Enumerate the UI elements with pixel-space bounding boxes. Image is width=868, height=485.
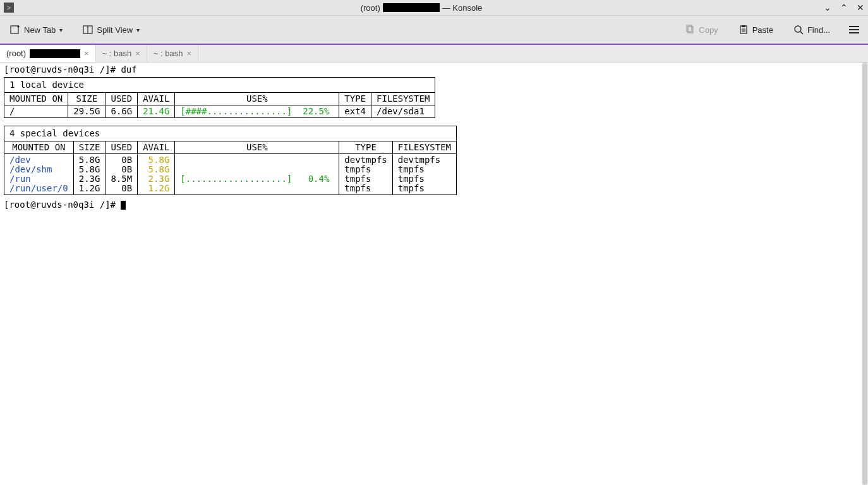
cell-size: 5.8G 5.8G 2.3G 1.2G xyxy=(73,154,105,195)
cell-usepct: [####...............] 22.5% xyxy=(175,105,339,118)
tab-1-prefix: (root) xyxy=(6,49,26,58)
title-suffix: — Konsole xyxy=(442,3,483,13)
svg-rect-8 xyxy=(742,25,745,27)
tab-1-redacted xyxy=(30,49,80,58)
scrollbar-thumb[interactable] xyxy=(862,63,867,485)
copy-label: Copy xyxy=(699,25,718,35)
cursor-icon xyxy=(121,201,126,210)
chevron-down-icon[interactable]: ▾ xyxy=(136,27,140,33)
col-type: TYPE xyxy=(339,141,392,154)
cell-used: 6.6G xyxy=(105,105,138,118)
new-tab-label: New Tab xyxy=(24,25,56,35)
window-title: (root) — Konsole xyxy=(19,3,824,13)
copy-icon xyxy=(685,25,695,35)
titlebar: > (root) — Konsole ⌄ ⌃ ✕ xyxy=(0,0,868,16)
cell-avail: 5.8G 5.8G 2.3G 1.2G xyxy=(138,154,175,195)
cell-size: 29.5G xyxy=(68,105,105,118)
cell-fs: /dev/sda1 xyxy=(371,105,435,118)
svg-point-12 xyxy=(795,26,801,32)
window-close-icon[interactable]: ✕ xyxy=(857,3,864,13)
tab-2-label: ~ : bash xyxy=(102,49,132,58)
col-usepct: USE% xyxy=(175,93,339,105)
cell-avail: 21.4G xyxy=(138,105,175,118)
tab-3-close-icon[interactable]: × xyxy=(187,49,192,58)
toolbar: New Tab ▾ Split View ▾ Copy Paste Find..… xyxy=(0,16,868,44)
window-minimize-icon[interactable]: ⌄ xyxy=(824,3,831,13)
svg-rect-0 xyxy=(11,26,18,33)
prompt-line-1: [root@ruvds-n0q3i /]# duf xyxy=(4,65,864,75)
col-avail: AVAIL xyxy=(138,93,175,105)
konsole-app-icon: > xyxy=(4,3,14,13)
col-used: USED xyxy=(105,93,138,105)
table-header-row: MOUNTED ON SIZE USED AVAIL USE% TYPE FIL… xyxy=(4,141,457,154)
col-mounted: MOUNTED ON xyxy=(4,141,74,154)
table-row: /dev /dev/shm /run /run/user/0 5.8G 5.8G… xyxy=(4,154,457,195)
title-prefix: (root) xyxy=(361,3,380,13)
cell-mounted: / xyxy=(4,105,68,118)
local-devices-table: 1 local device MOUNTED ON SIZE USED AVAI… xyxy=(4,77,435,118)
split-view-label: Split View xyxy=(97,25,133,35)
prompt-line-2: [root@ruvds-n0q3i /]# xyxy=(4,200,864,210)
svg-line-13 xyxy=(800,32,803,34)
col-avail: AVAIL xyxy=(138,141,175,154)
paste-button[interactable]: Paste xyxy=(735,22,777,37)
col-mounted: MOUNTED ON xyxy=(4,93,68,105)
col-usepct: USE% xyxy=(175,141,339,154)
table-header-row: MOUNTED ON SIZE USED AVAIL USE% TYPE FIL… xyxy=(4,93,435,105)
table-row: / 29.5G 6.6G 21.4G [####...............]… xyxy=(4,105,435,118)
tabbar: (root) × ~ : bash × ~ : bash × xyxy=(0,44,868,63)
new-tab-button[interactable]: New Tab ▾ xyxy=(6,22,66,37)
split-view-icon xyxy=(83,25,93,35)
tab-3-label: ~ : bash xyxy=(154,49,183,58)
terminal-viewport[interactable]: [root@ruvds-n0q3i /]# duf 1 local device… xyxy=(0,63,868,485)
cell-type: ext4 xyxy=(339,105,371,118)
tab-2[interactable]: ~ : bash × xyxy=(96,45,147,62)
local-caption: 1 local device xyxy=(4,78,435,93)
window-maximize-icon[interactable]: ⌃ xyxy=(840,3,848,13)
special-caption: 4 special devices xyxy=(4,126,457,141)
find-label: Find... xyxy=(807,25,830,35)
tab-1[interactable]: (root) × xyxy=(0,45,96,62)
search-icon xyxy=(793,25,804,35)
cell-used: 0B 0B 8.5M 0B xyxy=(105,154,138,195)
paste-label: Paste xyxy=(752,25,773,35)
title-redacted xyxy=(383,3,440,12)
copy-button: Copy xyxy=(681,22,721,37)
col-filesystem: FILESYSTEM xyxy=(392,141,456,154)
tab-1-close-icon[interactable]: × xyxy=(84,49,89,58)
scrollbar[interactable] xyxy=(862,63,868,485)
col-size: SIZE xyxy=(68,93,105,105)
col-type: TYPE xyxy=(339,93,371,105)
col-filesystem: FILESYSTEM xyxy=(371,93,435,105)
tab-3[interactable]: ~ : bash × xyxy=(147,45,198,62)
split-view-button[interactable]: Split View ▾ xyxy=(79,22,143,37)
cell-fs: devtmpfs tmpfs tmpfs tmpfs xyxy=(392,154,456,195)
paste-icon xyxy=(738,25,749,35)
chevron-down-icon[interactable]: ▾ xyxy=(59,27,63,33)
cell-type: devtmpfs tmpfs tmpfs tmpfs xyxy=(339,154,392,195)
col-used: USED xyxy=(105,141,138,154)
tab-2-close-icon[interactable]: × xyxy=(135,49,140,58)
find-button[interactable]: Find... xyxy=(790,22,834,37)
cell-usepct: [...................] 0.4% xyxy=(175,154,339,195)
cell-mounted: /dev /dev/shm /run /run/user/0 xyxy=(4,154,74,195)
col-size: SIZE xyxy=(73,141,105,154)
hamburger-menu-icon[interactable] xyxy=(847,23,862,36)
special-devices-table: 4 special devices MOUNTED ON SIZE USED A… xyxy=(4,126,457,195)
new-tab-icon xyxy=(10,25,20,35)
